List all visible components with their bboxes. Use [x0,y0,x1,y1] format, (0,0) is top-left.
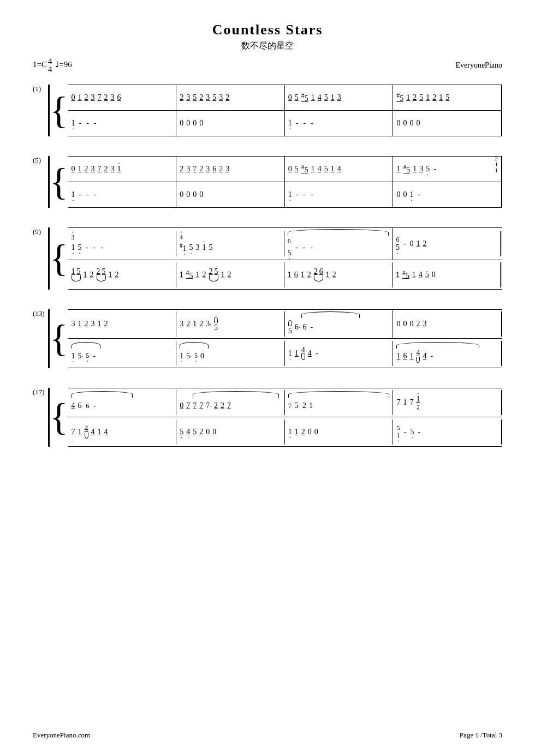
note: 4 [72,401,75,410]
note: 1 [180,271,183,279]
section-label-17: (17) [33,388,45,397]
slur-b13-2 [180,342,209,349]
system-body-13: { 3 1 2 3 1 2 [48,309,502,368]
dash: - [86,190,89,199]
note: 5 [324,93,328,102]
bar-b9-1: 1 5 1 2 2 5 1 2 [68,262,176,287]
note: 7 [409,398,413,407]
stave-5-bottom: 1 - - - 0 0 0 0 [68,182,502,208]
notes-9-2: ·#1 5 3 1 5 [180,241,213,254]
notes-b5-3: 1 - - - [288,190,390,199]
slur-17-2 [193,391,279,398]
section-label-9: (9) [33,227,41,236]
bar-5-4: 211 1 #5 1 3 5 - [393,157,502,182]
stave-13-top: 3 1 2 3 1 2 3 2 1 2 [68,309,502,339]
bar-b13-4: 1 6 1 4 4 - [393,341,502,366]
note: 3 [423,320,426,328]
notes-b9-2: 1 #5 1 2 2 5 1 2 [180,267,281,283]
dash: - [316,349,318,358]
brace-17: { [50,388,68,447]
bar-b13-1: 1 5· 5 - [68,341,177,366]
slur-17-3 [288,391,390,398]
note: 5 [445,93,449,102]
note: #5 [402,269,409,280]
section-5: (5) { 0 1 2 3 7 2 3 [48,156,502,208]
stave-17-top: 4 6· 6 - 0 7 7 7 7· [68,388,502,417]
notes-b1-3: 1 - - - [288,119,390,128]
note: 5 [324,165,328,173]
notes-b1-2: 0 0 0 0 [180,119,281,128]
bar-b17-3: 1 1 2 0 0 [285,419,394,445]
notes-1-4: #5 1 2 5 1 2 1 5 [396,92,498,103]
note: 0 [410,239,414,248]
note: 1 [288,271,292,279]
notes-9-1: ·1 5 - - - [72,241,104,254]
notes-b17-3: 1 1 2 0 0 [288,428,390,436]
slur-b13-3 [396,342,479,349]
staves-5: 0 1 2 3 7 2 3 1 2 [68,156,502,208]
section-label-1: (1) [33,85,41,93]
note: 5 [425,271,429,279]
meta-row: 1=C44 ♩=96 EveryonePiano [33,57,502,74]
note: 0 [432,271,436,279]
note: 4 [85,424,88,433]
title-section: Countless Stars 数不尽的星空 [33,22,502,52]
note: 5 [426,165,430,173]
dash: - [418,428,421,436]
note: 1 [413,165,417,173]
note: 4 [308,349,312,358]
note: #5 [186,269,193,280]
note: 3 [186,165,190,173]
note: ·1 [72,243,75,252]
dash: - [296,190,299,199]
note: 0 [180,119,183,128]
stave-1-bottom: 1 - - - 0 0 0 0 [68,111,502,136]
dash: - [403,239,406,248]
note: 1 [417,239,420,248]
note: 0 [199,190,203,199]
footer: EveryonePiano.com Page 1 /Total 3 [33,731,502,740]
dash: - [430,352,433,361]
note: 1 [288,349,292,358]
note: 7 [193,401,197,410]
note: 0 [396,190,400,199]
arc-b9-4: 2 6 [314,267,323,283]
brace-9: { [50,227,68,290]
slur-arc [288,229,389,236]
note: 0 [288,165,292,173]
note: 2 [85,320,88,328]
notes-13-3: 5 6· 6 - [288,319,390,335]
note: 2 [104,320,108,328]
note: 7 [98,165,102,173]
section-13: (13) { 3 1 2 3 1 2 [48,309,502,368]
bar-17-3: 7 5· 2 1 [285,390,394,415]
dash: - [79,119,82,128]
note: 0 [72,93,75,102]
note: 1 [84,271,87,279]
footer-website: EveryonePiano.com [33,731,90,740]
note: 1 [72,190,75,199]
note: 2 [199,93,203,102]
note: 5 [209,243,213,252]
bar-17-4: 7 1 7 12 [393,390,502,415]
note: 0 [308,428,312,436]
note: 1 [326,271,330,279]
notes-b17-1: 7 1 4 4 1 4 [72,424,173,440]
note-stack: 5 1 [396,424,400,440]
note: 2 [416,320,420,328]
note: 1 [72,352,75,361]
note: 1 [78,93,82,102]
note: 5 [411,428,414,436]
notes-17-2: 0 7 7 7 7· 2 2 7 [180,401,281,410]
arc-b17-1: 4 [85,424,88,440]
note: 1 [301,271,305,279]
stave-13-bottom: 1 5· 5 - 1 5· 5 0 [68,339,502,368]
note: 2 [225,93,229,102]
dash: - [310,243,313,252]
bar-b5-2: 0 0 0 0 [176,182,285,207]
system-body-1: { 0 1 2 3 7 2 3 6 [48,85,502,136]
note: 3 [419,165,423,173]
note: 2 [199,428,203,436]
note: 6· [295,323,300,332]
dash: - [86,243,88,252]
